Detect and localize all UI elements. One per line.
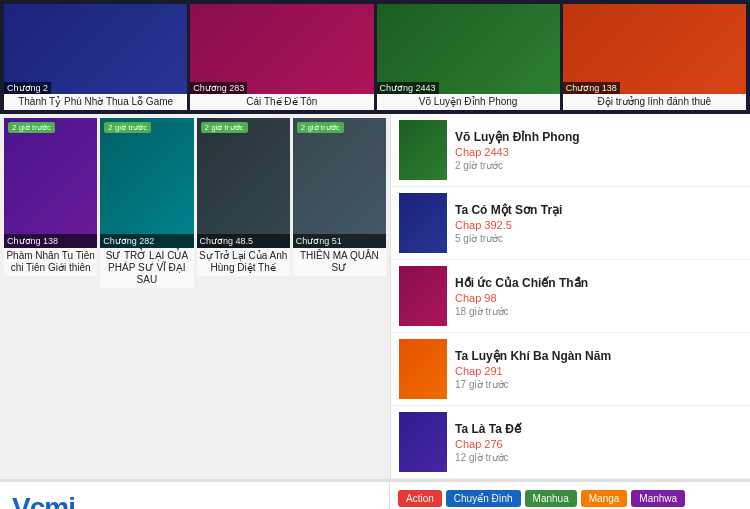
sidebar-chapter: Chap 392.5 xyxy=(455,219,742,231)
manga-title: Cái Thế Đế Tôn xyxy=(190,94,373,110)
sidebar-manga-title: Ta Có Một Sơn Trại xyxy=(455,203,742,217)
manga-item-title: Phàm Nhân Tu Tiên chi Tiên Giới thiên xyxy=(4,248,97,276)
chapter-overlay: Chương 282 xyxy=(100,234,193,248)
manga-title: Võ Luyện Đỉnh Phong xyxy=(377,94,560,110)
main-content: 2 giờ trước Chương 138 Phàm Nhân Tu Tiên… xyxy=(0,114,750,479)
sidebar-thumb xyxy=(399,412,447,472)
sidebar-manga-title: Võ Luyện Đỉnh Phong xyxy=(455,130,742,144)
sidebar-info: Ta Có Một Sơn Trại Chap 392.5 5 giờ trướ… xyxy=(455,203,742,244)
tags-container: ActionChuyển ĐìnhManhuaMangaManhwaMartia… xyxy=(398,490,742,509)
sidebar-thumb xyxy=(399,193,447,253)
logo-v: V xyxy=(12,492,30,509)
footer-right: ActionChuyển ĐìnhManhuaMangaManhwaMartia… xyxy=(390,482,750,509)
top-manga-grid: Chương 2 Thành Tỷ Phú Nhờ Thua Lỗ Game C… xyxy=(0,0,750,114)
chapter-overlay: Chương 48.5 xyxy=(197,234,290,248)
sidebar-chapter: Chap 2443 xyxy=(455,146,742,158)
manga-title: Thành Tỷ Phú Nhờ Thua Lỗ Game xyxy=(4,94,187,110)
manga-item-title: SƯ TRỞ LẠI CỦA PHÁP SƯ VĨ ĐẠI SAU xyxy=(100,248,193,288)
sidebar-time: 5 giờ trước xyxy=(455,233,742,244)
sidebar-item-1[interactable]: Ta Có Một Sơn Trại Chap 392.5 5 giờ trướ… xyxy=(391,187,750,260)
manga-row-1: 2 giờ trước Chương 138 Phàm Nhân Tu Tiên… xyxy=(4,118,386,288)
sidebar-time: 2 giờ trước xyxy=(455,160,742,171)
logo[interactable]: Vcmi xyxy=(12,492,377,509)
sidebar-info: Ta Luyện Khí Ba Ngàn Năm Chap 291 17 giờ… xyxy=(455,349,742,390)
sidebar-item-2[interactable]: Hồi ức Của Chiến Thần Chap 98 18 giờ trư… xyxy=(391,260,750,333)
manga-item-1[interactable]: 2 giờ trước Chương 282 SƯ TRỞ LẠI CỦA PH… xyxy=(100,118,193,288)
sidebar-time: 12 giờ trước xyxy=(455,452,742,463)
top-manga-card-3[interactable]: Chương 138 Đội trưởng lính đánh thuê xyxy=(563,4,746,110)
sidebar-manga-title: Ta Là Ta Đế xyxy=(455,422,742,436)
sidebar-time: 17 giờ trước xyxy=(455,379,742,390)
manga-title: Đội trưởng lính đánh thuê xyxy=(563,94,746,110)
footer-left: Vcmi Tất cả các nội dung trên website đề… xyxy=(0,482,390,509)
chapter-badge: Chương 283 xyxy=(190,82,247,94)
manga-item-title: Sự Trở Lại Của Anh Hùng Diệt Thế xyxy=(197,248,290,276)
tag-2[interactable]: Manhua xyxy=(525,490,577,507)
sidebar-chapter: Chap 291 xyxy=(455,365,742,377)
tag-0[interactable]: Action xyxy=(398,490,442,507)
logo-rest: cmi xyxy=(30,492,75,509)
manga-item-title: THIÊN MA QUÂN SƯ xyxy=(293,248,386,276)
time-badge: 2 giờ trước xyxy=(297,122,344,133)
left-panel: 2 giờ trước Chương 138 Phàm Nhân Tu Tiên… xyxy=(0,114,390,479)
sidebar-thumb xyxy=(399,120,447,180)
time-badge: 2 giờ trước xyxy=(8,122,55,133)
chapter-badge: Chương 2443 xyxy=(377,82,439,94)
sidebar-info: Hồi ức Của Chiến Thần Chap 98 18 giờ trư… xyxy=(455,276,742,317)
chapter-overlay: Chương 138 xyxy=(4,234,97,248)
chapter-badge: Chương 138 xyxy=(563,82,620,94)
top-manga-card-0[interactable]: Chương 2 Thành Tỷ Phú Nhờ Thua Lỗ Game xyxy=(4,4,187,110)
right-sidebar: Võ Luyện Đỉnh Phong Chap 2443 2 giờ trướ… xyxy=(390,114,750,479)
tag-1[interactable]: Chuyển Đình xyxy=(446,490,521,507)
sidebar-manga-title: Ta Luyện Khí Ba Ngàn Năm xyxy=(455,349,742,363)
tag-4[interactable]: Manhwa xyxy=(631,490,685,507)
footer: Vcmi Tất cả các nội dung trên website đề… xyxy=(0,479,750,509)
sidebar-item-3[interactable]: Ta Luyện Khí Ba Ngàn Năm Chap 291 17 giờ… xyxy=(391,333,750,406)
sidebar-info: Võ Luyện Đỉnh Phong Chap 2443 2 giờ trướ… xyxy=(455,130,742,171)
top-manga-card-1[interactable]: Chương 283 Cái Thế Đế Tôn xyxy=(190,4,373,110)
manga-item-2[interactable]: 2 giờ trước Chương 48.5 Sự Trở Lại Của A… xyxy=(197,118,290,288)
sidebar-thumb xyxy=(399,339,447,399)
chapter-overlay: Chương 51 xyxy=(293,234,386,248)
manga-item-3[interactable]: 2 giờ trước Chương 51 THIÊN MA QUÂN SƯ xyxy=(293,118,386,288)
manga-item-0[interactable]: 2 giờ trước Chương 138 Phàm Nhân Tu Tiên… xyxy=(4,118,97,288)
sidebar-chapter: Chap 276 xyxy=(455,438,742,450)
sidebar-item-0[interactable]: Võ Luyện Đỉnh Phong Chap 2443 2 giờ trướ… xyxy=(391,114,750,187)
time-badge: 2 giờ trước xyxy=(104,122,151,133)
sidebar-manga-title: Hồi ức Của Chiến Thần xyxy=(455,276,742,290)
sidebar-chapter: Chap 98 xyxy=(455,292,742,304)
sidebar-time: 18 giờ trước xyxy=(455,306,742,317)
chapter-badge: Chương 2 xyxy=(4,82,51,94)
top-manga-card-2[interactable]: Chương 2443 Võ Luyện Đỉnh Phong xyxy=(377,4,560,110)
time-badge: 2 giờ trước xyxy=(201,122,248,133)
sidebar-thumb xyxy=(399,266,447,326)
sidebar-info: Ta Là Ta Đế Chap 276 12 giờ trước xyxy=(455,422,742,463)
sidebar-item-4[interactable]: Ta Là Ta Đế Chap 276 12 giờ trước xyxy=(391,406,750,479)
tag-3[interactable]: Manga xyxy=(581,490,628,507)
